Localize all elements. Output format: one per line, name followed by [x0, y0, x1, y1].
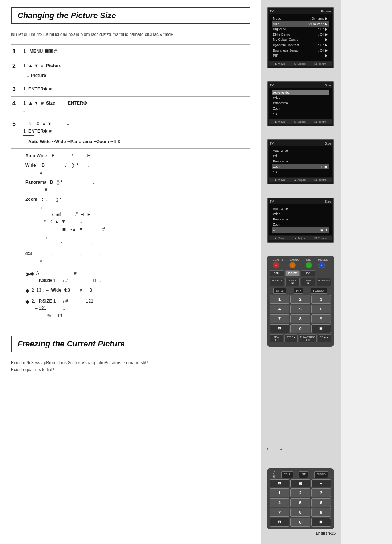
tv1-nav: ▲ Move ⊕ Select ⊡ Return	[269, 61, 332, 66]
freezing-title: Freezing the Current Picture	[17, 339, 244, 349]
remote2-num-prev2[interactable]: ⊡	[270, 479, 289, 487]
step-content-4: 1 ▲ ▼ # Size ENTER⊕ #	[22, 97, 250, 117]
remote-btn-pip[interactable]: PIP	[294, 288, 303, 294]
step-row-2: 2 1 ▲ ▼ # Picture . # Picture	[11, 59, 250, 82]
remote2-num-func2[interactable]: ●	[311, 479, 331, 487]
psize1: P.SIZE	[39, 278, 52, 283]
autowide-label: Auto Wide	[25, 153, 47, 158]
remote-btn-position[interactable]: POSITION	[317, 278, 331, 286]
remote2-num-9[interactable]: 9	[311, 508, 331, 517]
tv1-item-dc: Dynamic Contrast: On ▶	[272, 42, 329, 48]
step3-enter: ENTER⊕	[28, 86, 48, 92]
step5-line1: ! N # ▲ ▼ #	[23, 120, 249, 127]
tv2-item-zoom: Zoom	[272, 106, 329, 111]
sidebar: TV Picture Mode: Dynamic ▶ Size: Auto Wi…	[261, 0, 341, 544]
remote2-num-prev3[interactable]: ⊡	[270, 518, 289, 527]
remote-transport-row: REW ◄◄ STOP ■ PLAY/PAUSE ►II FF ►►	[270, 334, 331, 342]
remote-btn-ff[interactable]: FF ►►	[318, 334, 331, 342]
changing-section-title-box: Changing the Picture Size	[11, 7, 250, 24]
note-diamond-1: ◆	[30, 269, 34, 278]
remote-num-7[interactable]: 7	[270, 314, 289, 323]
remote-num-9[interactable]: 9	[311, 314, 331, 323]
remote-btn-playpause[interactable]: PLAY/PAUSE ►II	[299, 334, 317, 342]
mode-zoom: Zoom : , () * . , / ▣! # ◄ ► # < ▲ ▼ #	[25, 196, 243, 248]
remote2-pip[interactable]: PIP	[299, 471, 308, 478]
tv4-43-icon2: ⬆	[325, 228, 328, 232]
tv4-nav-return: ⊡ Return	[314, 236, 326, 240]
wide2: Wide	[51, 288, 61, 293]
remote2-num-enter2[interactable]: ▣	[290, 479, 310, 487]
tv-screen-3: TV Size Auto Wide Wide Panorama Zoom⬆▣ 4…	[267, 139, 334, 184]
tv-screen-2: TV Size Auto Wide Wide Panorama Zoom 4:3…	[267, 81, 334, 126]
step4-enter: ENTER⊕	[68, 101, 87, 106]
note-row-1: ➤ ◆ A # P.SIZE 1 ! / # D .	[25, 269, 243, 284]
remote-num-5[interactable]: 5	[290, 305, 310, 313]
note-text-1: A # P.SIZE 1 ! / # D .	[36, 269, 101, 284]
step2-underscore	[23, 70, 34, 70]
step5-detail: # Auto Wide ••Wide ••Panorama ••Zoom ••4…	[23, 138, 249, 145]
remote-btn-rew[interactable]: REW ◄◄	[270, 334, 283, 342]
remote2-num-5[interactable]: 5	[290, 498, 310, 507]
tv2-item-autowide: Auto Wide	[272, 90, 329, 96]
remote-pmode-label: P.MODE	[318, 259, 328, 261]
remote2-num-4[interactable]: 4	[270, 498, 289, 507]
remote2-num-2[interactable]: 2	[290, 488, 310, 497]
tv1-nav-select: ⊕ Select	[294, 62, 305, 65]
remote2-top-icons: ╱▣ STILL PIP FUNCS	[270, 471, 331, 478]
freezing-intro: Ecidd m9i 3rwvv pBmmst ms 8cii/i e Vsnat…	[11, 360, 250, 373]
remote-num-grid: 1 2 3 4 5 6 7 8 9 ⊡ 0 ▣	[270, 295, 331, 333]
remote-dualt1-label: DUAL-T1	[273, 259, 283, 261]
step-content-5: ! N # ▲ ▼ # 1 ENTER⊕ # # Auto Wide ••Wid…	[22, 117, 250, 149]
step-num-1: 1	[11, 45, 22, 59]
remote-btn-psize[interactable]: P.SIZE	[285, 270, 300, 276]
remote2-funcs[interactable]: FUNCS	[314, 471, 328, 478]
step1-menu: MENU ▣▣	[29, 49, 53, 54]
remote2-num-8[interactable]: 8	[290, 508, 310, 517]
remote-num-6[interactable]: 6	[311, 305, 331, 313]
remote-btn-source[interactable]: SOURCE	[270, 278, 284, 286]
43-2: 4:3	[64, 288, 70, 293]
remote2-num-0[interactable]: 0	[290, 518, 310, 527]
remote-num-2[interactable]: 2	[290, 295, 310, 304]
step5-enter: ENTER⊕	[28, 129, 48, 134]
remote-still-row: STILL PIP FUNCS○ 1 2 3 4 5 6 7 8 9 ⊡ 0 ▣	[270, 288, 331, 333]
remote-dualt1-group: DUAL-T1 ●	[273, 259, 283, 268]
remote-btn-dnie[interactable]: DNIe	[270, 270, 284, 276]
remote2-num-enter3[interactable]: ▣	[311, 518, 331, 527]
remote-num-0[interactable]: 0	[290, 324, 310, 333]
remote2-still[interactable]: STILL	[281, 471, 293, 478]
remote-btn-pmode[interactable]: ●	[318, 262, 325, 268]
remote-btn-swap[interactable]: SWAP▣	[285, 278, 300, 286]
tv4-item-autowide: Auto Wide	[272, 206, 329, 212]
wide-label: Wide	[25, 163, 36, 168]
tv2-nav-select: ⊕ Select	[294, 120, 305, 123]
sidebar-footer: / #	[267, 447, 336, 451]
remote-btn-dualt1[interactable]: ●	[273, 262, 279, 268]
remote-num-1[interactable]: 1	[270, 295, 289, 304]
step-content-3: 1 ENTER⊕ #	[22, 82, 250, 97]
tv3-label-left: TV	[270, 142, 274, 145]
main-content: Changing the Picture Size lsB let diuilm…	[0, 0, 261, 544]
remote2-num-7[interactable]: 7	[270, 508, 289, 517]
remote2-num-6[interactable]: 6	[311, 498, 331, 507]
remote2-num-3[interactable]: 3	[311, 488, 331, 497]
remote-btn-size[interactable]: SIZE▣	[301, 278, 315, 286]
remote-btn-funcs[interactable]: FUNCS○	[311, 288, 327, 294]
remote-btn-pc[interactable]: PC	[301, 270, 315, 276]
step2-line2: . # Picture	[23, 72, 249, 79]
remote-num-3[interactable]: 3	[311, 295, 331, 304]
remote-num-enter[interactable]: ▣	[311, 324, 331, 333]
remote-num-8[interactable]: 8	[290, 314, 310, 323]
remote-btn-stop[interactable]: STOP ■	[284, 334, 298, 342]
remote-btn-bmode[interactable]: ●	[289, 262, 296, 268]
remote-btn-still[interactable]: STILL	[273, 288, 286, 294]
tv2-inner: Auto Wide Wide Panorama Zoom 4:3	[269, 88, 332, 119]
remote-mid-row2: SOURCE SWAP▣ SIZE▣ POSITION	[270, 278, 331, 286]
remote-num-prev[interactable]: ⊡	[270, 324, 289, 333]
tv1-inner: Mode: Dynamic ▶ Size: Auto Wide ▶ Digita…	[269, 14, 332, 61]
remote-btn-srs[interactable]: ●	[306, 262, 312, 268]
tv1-item-size: Size: Auto Wide ▶	[272, 21, 329, 27]
remote-num-4[interactable]: 4	[270, 305, 289, 313]
mode-autowide: Auto Wide B / H	[25, 152, 243, 159]
remote2-num-1[interactable]: 1	[270, 488, 289, 497]
